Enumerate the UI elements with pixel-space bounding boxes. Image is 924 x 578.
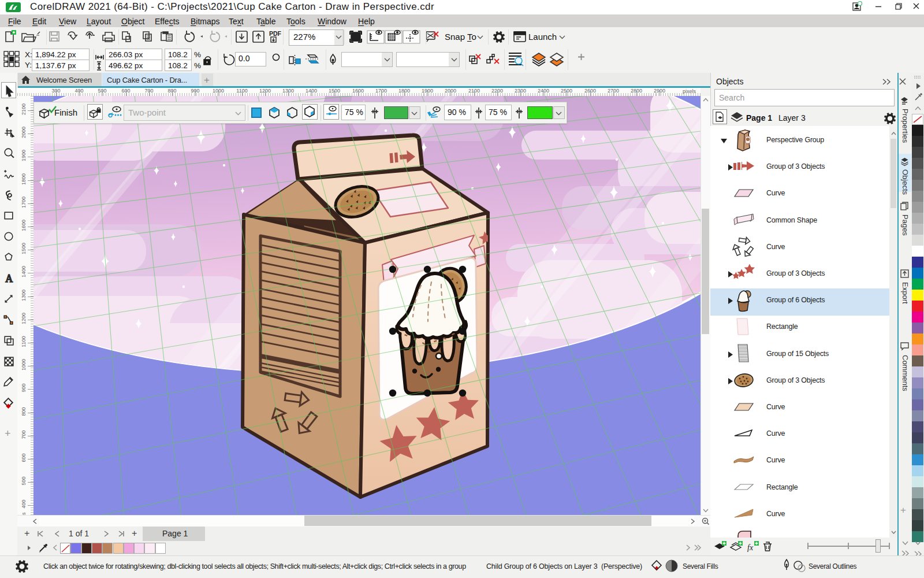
svg-text:PDF: PDF [269, 30, 282, 37]
svg-text:X:: X: [25, 50, 32, 59]
svg-text:A: A [5, 273, 13, 284]
svg-text:Y:: Y: [25, 61, 32, 69]
svg-text:fx: fx [747, 543, 754, 552]
